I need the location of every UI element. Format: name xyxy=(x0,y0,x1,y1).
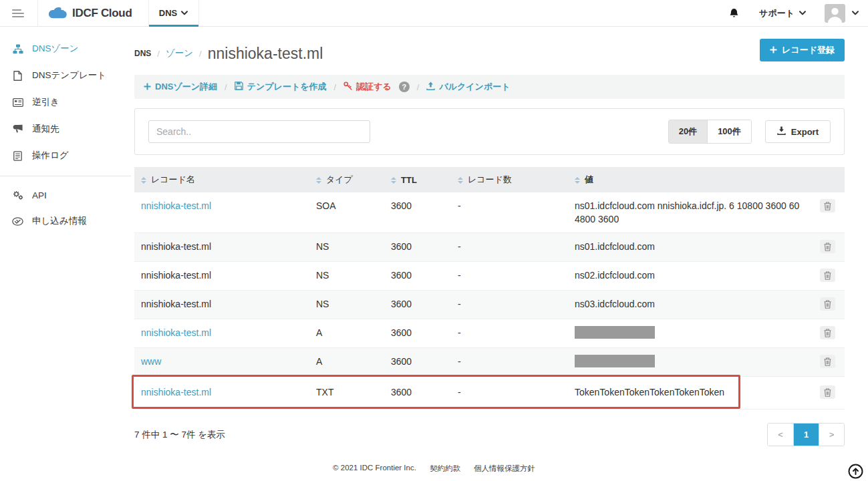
record-value-cell: TokenTokenTokenTokenTokenToken xyxy=(568,377,809,410)
sidebar-item-reverse-dns[interactable]: 逆引き xyxy=(0,89,131,116)
record-value: ns01.idcfcloud.com nnishioka.idcf.jp. 6 … xyxy=(575,200,799,224)
delete-button[interactable] xyxy=(820,199,835,212)
export-label: Export xyxy=(791,127,819,137)
avatar[interactable] xyxy=(825,4,845,23)
topbar-right: サポート xyxy=(729,0,868,26)
sidebar-item-notification[interactable]: 通知先 xyxy=(0,116,131,142)
action-verify[interactable]: 認証する xyxy=(343,81,392,93)
sidebar-item-label: API xyxy=(32,190,47,200)
record-value: TokenTokenTokenTokenTokenToken xyxy=(575,387,724,397)
footer-link[interactable]: 契約約款 xyxy=(430,464,460,474)
scroll-to-top-button[interactable] xyxy=(848,464,863,479)
gears-icon xyxy=(12,190,23,200)
table-row: nnishioka-test.mlNS3600-ns03.idcfcloud.c… xyxy=(134,291,845,319)
question-circle-icon[interactable]: ? xyxy=(399,82,410,92)
breadcrumb-root[interactable]: DNS xyxy=(134,49,151,58)
trash-icon xyxy=(824,329,831,339)
trash-icon xyxy=(824,243,831,253)
column-header[interactable]: 値 xyxy=(568,167,809,192)
sidebar-item-api[interactable]: API xyxy=(0,183,131,208)
sort-up-icon xyxy=(141,177,146,180)
action-dns-zone-detail[interactable]: DNSゾーン詳細 xyxy=(144,81,217,93)
register-record-button[interactable]: レコード登録 xyxy=(760,39,845,61)
action-create-template[interactable]: テンプレートを作成 xyxy=(235,81,327,93)
record-value-cell: ns03.idcfcloud.com xyxy=(568,291,809,319)
breadcrumb: DNS / ゾーン / nnishioka-test.ml レコード登録 xyxy=(134,40,845,67)
sidebar-item-operation-log[interactable]: 操作ログ xyxy=(0,142,131,169)
main-content: DNS / ゾーン / nnishioka-test.ml レコード登録 DNS… xyxy=(134,27,845,446)
footer-links: 契約約款個人情報保護方針 xyxy=(430,464,535,474)
column-header[interactable]: タイプ xyxy=(309,167,384,192)
delete-cell xyxy=(809,291,845,319)
table-row: nnishioka-test.mlTXT3600-TokenTokenToken… xyxy=(134,377,845,410)
page-size-button-1[interactable]: 20件 xyxy=(669,120,707,143)
table-tools: 20件100件 Export xyxy=(668,120,831,144)
column-header[interactable]: レコード数 xyxy=(451,167,568,192)
page-size-button-2[interactable]: 100件 xyxy=(707,120,751,143)
delete-cell xyxy=(809,233,845,262)
action-bulk-import[interactable]: バルクインポート xyxy=(426,81,510,93)
sidebar-item-dns-template[interactable]: DNSテンプレート xyxy=(0,62,131,89)
notification-bell-icon[interactable] xyxy=(729,8,739,19)
record-value: ns02.idcfcloud.com xyxy=(575,270,655,281)
delete-button[interactable] xyxy=(820,326,835,339)
record-name-cell: nnishioka-test.ml xyxy=(134,319,309,348)
record-ttl-cell: 3600 xyxy=(384,319,451,348)
trash-icon xyxy=(824,358,831,368)
sort-icon xyxy=(575,177,580,184)
delete-button[interactable] xyxy=(820,355,835,368)
record-type-cell: NS xyxy=(309,233,384,262)
sort-down-icon xyxy=(141,181,146,184)
record-type-cell: TXT xyxy=(309,377,384,410)
record-name-link[interactable]: nnishioka-test.ml xyxy=(141,327,211,338)
column-header[interactable]: レコード名 xyxy=(134,167,309,192)
record-name-link[interactable]: www xyxy=(141,356,161,367)
delete-cell xyxy=(809,348,845,377)
result-row: 7 件中 1 〜 7件 を表示 < 1 > xyxy=(134,423,845,446)
sidebar-item-label: 逆引き xyxy=(32,96,59,108)
table-header-row: レコード名タイプTTLレコード数値 xyxy=(134,167,845,192)
tab-dns[interactable]: DNS xyxy=(148,0,199,26)
record-name-link[interactable]: nnishioka-test.ml xyxy=(141,387,211,397)
sidebar-item-label: DNSゾーン xyxy=(32,43,79,55)
delete-button[interactable] xyxy=(820,297,835,311)
record-count-cell: - xyxy=(451,291,568,319)
record-value: ns03.idcfcloud.com xyxy=(575,299,655,309)
search-input[interactable] xyxy=(148,120,370,143)
record-name-cell: nnishioka-test.ml xyxy=(134,262,309,291)
table-row: nnishioka-test.mlSOA3600-ns01.idcfcloud.… xyxy=(134,192,845,233)
breadcrumb-zone-link[interactable]: ゾーン xyxy=(166,47,193,59)
record-type-cell: NS xyxy=(309,291,384,319)
sort-down-icon xyxy=(458,181,463,184)
column-header-label: タイプ xyxy=(326,174,353,184)
delete-button[interactable] xyxy=(820,385,835,399)
chevron-down-icon xyxy=(181,11,188,15)
export-button[interactable]: Export xyxy=(765,120,831,143)
log-icon xyxy=(12,151,23,161)
delete-cell xyxy=(809,192,845,233)
delete-button[interactable] xyxy=(820,269,835,282)
table-row: nnishioka-test.mlNS3600-ns01.idcfcloud.c… xyxy=(134,233,845,262)
download-icon xyxy=(777,126,786,137)
delete-cell xyxy=(809,319,845,348)
footer-link[interactable]: 個人情報保護方針 xyxy=(474,464,535,474)
trash-icon xyxy=(824,272,831,282)
column-header[interactable]: TTL xyxy=(384,167,451,192)
sort-down-icon xyxy=(316,181,321,184)
record-name: nnishioka-test.ml xyxy=(141,299,211,309)
pagination-next-button[interactable]: > xyxy=(819,424,844,446)
pagination-prev-button[interactable]: < xyxy=(768,424,793,446)
page-size-group: 20件100件 xyxy=(668,120,752,144)
account-chevron-down-icon[interactable] xyxy=(852,11,859,15)
menu-icon[interactable] xyxy=(0,0,37,26)
sidebar-item-application-info[interactable]: 申し込み情報 xyxy=(0,208,131,234)
sidebar-item-dns-zone[interactable]: DNSゾーン xyxy=(0,35,131,62)
logo[interactable]: IDCF Cloud xyxy=(37,0,148,26)
record-ttl-cell: 3600 xyxy=(384,377,451,410)
column-header-label: レコード名 xyxy=(151,174,195,184)
delete-button[interactable] xyxy=(820,240,835,253)
record-name-link[interactable]: nnishioka-test.ml xyxy=(141,200,211,211)
support-menu[interactable]: サポート xyxy=(759,7,806,19)
pagination-page-1[interactable]: 1 xyxy=(793,424,819,446)
record-ttl-cell: 3600 xyxy=(384,348,451,377)
